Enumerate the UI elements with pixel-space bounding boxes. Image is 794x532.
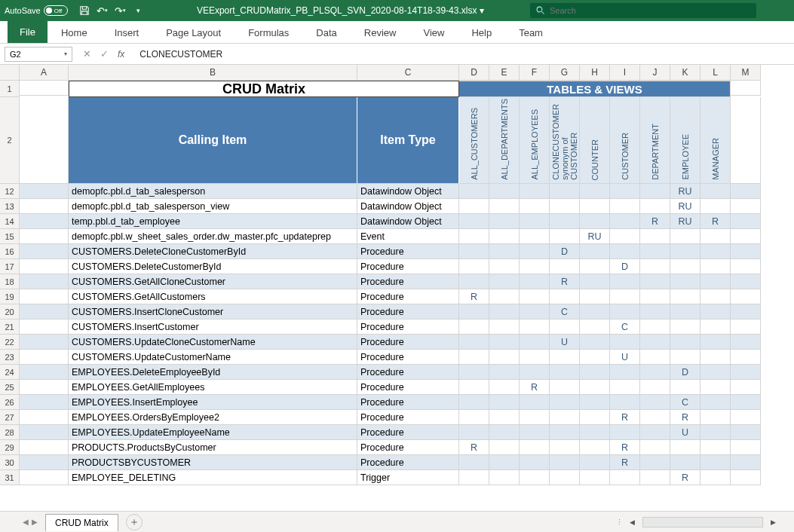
cell[interactable] xyxy=(20,380,69,395)
crud-value-cell[interactable] xyxy=(459,455,489,470)
calling-item-cell[interactable]: demopfc.pbl.d_tab_salesperson_view xyxy=(69,199,357,214)
crud-value-cell[interactable] xyxy=(670,455,700,470)
table-column-header[interactable]: MANAGER xyxy=(700,97,731,184)
item-type-cell[interactable]: Procedure xyxy=(357,244,459,259)
crud-value-cell[interactable] xyxy=(640,244,670,259)
name-box[interactable]: G2 ▾ xyxy=(5,47,72,62)
crud-value-cell[interactable] xyxy=(520,214,550,229)
cell[interactable] xyxy=(731,365,761,380)
crud-value-cell[interactable] xyxy=(670,335,700,350)
crud-value-cell[interactable] xyxy=(459,380,489,395)
crud-value-cell[interactable] xyxy=(489,229,520,244)
item-type-cell[interactable]: Datawindow Object xyxy=(357,214,459,229)
crud-value-cell[interactable] xyxy=(550,425,580,440)
row-header[interactable]: 29 xyxy=(0,440,20,455)
crud-value-cell[interactable] xyxy=(459,350,489,365)
select-all-corner[interactable] xyxy=(0,65,20,81)
crud-value-cell[interactable] xyxy=(580,274,610,289)
crud-value-cell[interactable] xyxy=(640,350,670,365)
crud-value-cell[interactable] xyxy=(459,365,489,380)
crud-value-cell[interactable] xyxy=(670,274,700,289)
crud-value-cell[interactable] xyxy=(670,440,700,455)
crud-value-cell[interactable] xyxy=(610,229,640,244)
crud-matrix-title[interactable]: CRUD Matrix xyxy=(69,81,459,97)
cell[interactable] xyxy=(731,335,761,350)
qat-dropdown-icon[interactable]: ▾ xyxy=(133,5,145,17)
item-type-cell[interactable]: Procedure xyxy=(357,365,459,380)
crud-value-cell[interactable]: R xyxy=(640,214,670,229)
cell[interactable] xyxy=(20,410,69,425)
calling-item-cell[interactable]: PRODUCTS.ProductsByCustomer xyxy=(69,440,357,455)
calling-item-cell[interactable]: CUSTOMERS.DeleteCustomerById xyxy=(69,259,357,274)
item-type-header[interactable]: Item Type xyxy=(357,97,459,184)
crud-value-cell[interactable] xyxy=(459,184,489,199)
cell[interactable] xyxy=(731,425,761,440)
calling-item-cell[interactable]: CUSTOMERS.InsertCloneCustomer xyxy=(69,304,357,320)
calling-item-cell[interactable]: EMPLOYEES.InsertEmployee xyxy=(69,395,357,410)
cell[interactable] xyxy=(20,335,69,350)
crud-value-cell[interactable] xyxy=(520,199,550,214)
crud-value-cell[interactable] xyxy=(670,380,700,395)
crud-value-cell[interactable] xyxy=(700,289,731,304)
calling-item-cell[interactable]: EMPLOYEE_DELETING xyxy=(69,470,357,485)
scroll-right-icon[interactable]: ▶ xyxy=(768,518,779,526)
calling-item-cell[interactable]: CUSTOMERS.GetAllCustomers xyxy=(69,289,357,304)
item-type-cell[interactable]: Procedure xyxy=(357,440,459,455)
calling-item-cell[interactable]: EMPLOYEES.UpdateEmployeeName xyxy=(69,425,357,440)
row-header[interactable]: 31 xyxy=(0,470,20,485)
row-header[interactable]: 20 xyxy=(0,304,20,320)
crud-value-cell[interactable] xyxy=(580,380,610,395)
crud-value-cell[interactable] xyxy=(610,425,640,440)
crud-value-cell[interactable] xyxy=(489,199,520,214)
crud-value-cell[interactable] xyxy=(700,199,731,214)
item-type-cell[interactable]: Event xyxy=(357,229,459,244)
crud-value-cell[interactable] xyxy=(700,244,731,259)
cell[interactable] xyxy=(20,425,69,440)
ribbon-tab-pagelayout[interactable]: Page Layout xyxy=(152,23,235,43)
crud-value-cell[interactable] xyxy=(550,184,580,199)
crud-value-cell[interactable] xyxy=(580,214,610,229)
crud-value-cell[interactable] xyxy=(520,455,550,470)
calling-item-cell[interactable]: CUSTOMERS.InsertCustomer xyxy=(69,320,357,335)
crud-value-cell[interactable]: U xyxy=(550,335,580,350)
crud-value-cell[interactable] xyxy=(640,304,670,320)
crud-value-cell[interactable]: R xyxy=(700,214,731,229)
crud-value-cell[interactable] xyxy=(610,274,640,289)
crud-value-cell[interactable] xyxy=(489,214,520,229)
crud-value-cell[interactable] xyxy=(520,320,550,335)
search-bar[interactable] xyxy=(530,3,756,18)
crud-value-cell[interactable]: R xyxy=(610,455,640,470)
crud-value-cell[interactable] xyxy=(550,214,580,229)
crud-value-cell[interactable] xyxy=(640,410,670,425)
crud-value-cell[interactable] xyxy=(459,274,489,289)
crud-value-cell[interactable] xyxy=(550,440,580,455)
crud-value-cell[interactable] xyxy=(580,184,610,199)
cell[interactable] xyxy=(731,81,761,96)
sheet-nav-prev-icon[interactable]: ◀ xyxy=(23,518,29,526)
crud-value-cell[interactable]: RU xyxy=(670,199,700,214)
ribbon-tab-home[interactable]: Home xyxy=(48,23,101,43)
item-type-cell[interactable]: Datawindow Object xyxy=(357,199,459,214)
item-type-cell[interactable]: Procedure xyxy=(357,304,459,320)
crud-value-cell[interactable] xyxy=(489,274,520,289)
crud-value-cell[interactable]: D xyxy=(550,244,580,259)
calling-item-cell[interactable]: EMPLOYEES.DeleteEmployeeById xyxy=(69,365,357,380)
crud-value-cell[interactable] xyxy=(550,455,580,470)
crud-value-cell[interactable] xyxy=(459,214,489,229)
column-header[interactable]: C xyxy=(357,65,459,81)
calling-item-cell[interactable]: temp.pbl.d_tab_employee xyxy=(69,214,357,229)
cell[interactable] xyxy=(20,259,69,274)
row-header[interactable]: 24 xyxy=(0,365,20,380)
cell[interactable] xyxy=(20,199,69,214)
crud-value-cell[interactable] xyxy=(610,365,640,380)
crud-value-cell[interactable] xyxy=(459,244,489,259)
crud-value-cell[interactable]: R xyxy=(670,470,700,485)
cell[interactable] xyxy=(731,289,761,304)
cell[interactable] xyxy=(20,304,69,320)
crud-value-cell[interactable] xyxy=(550,380,580,395)
crud-value-cell[interactable] xyxy=(700,455,731,470)
crud-value-cell[interactable] xyxy=(580,320,610,335)
cell[interactable] xyxy=(731,229,761,244)
item-type-cell[interactable]: Procedure xyxy=(357,380,459,395)
ribbon-tab-help[interactable]: Help xyxy=(458,23,505,43)
